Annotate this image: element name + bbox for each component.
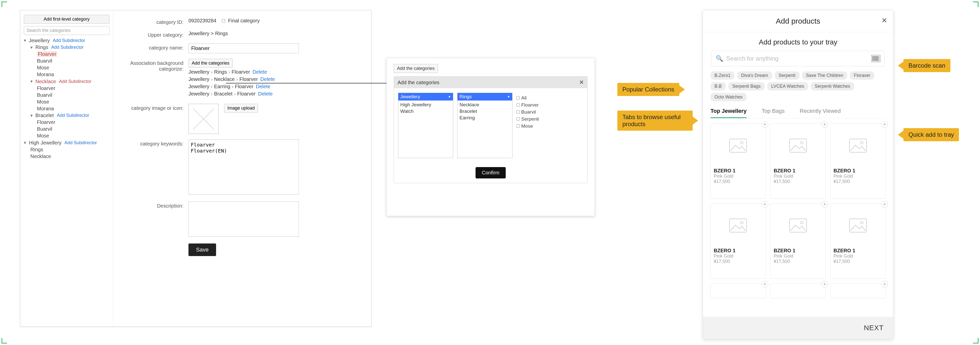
dialog-checkbox[interactable]: Floarver <box>517 102 583 108</box>
tree-node[interactable]: Rings <box>30 147 43 152</box>
tree-node-selected[interactable]: Floarver <box>37 51 57 57</box>
quick-add-icon[interactable]: + <box>762 281 768 288</box>
dialog-list-level2[interactable]: Rings▼ NecklaceBraceletEarring <box>457 93 512 158</box>
dialog-checkbox[interactable]: Serpenti <box>517 117 583 122</box>
category-name-input[interactable] <box>188 43 299 53</box>
delete-link[interactable]: Delete <box>253 69 267 75</box>
tree-node[interactable]: Buarvil <box>37 92 52 98</box>
dialog-confirm-button[interactable]: Confirm <box>476 167 506 179</box>
add-first-level-category-button[interactable]: Add first-level category <box>24 15 110 24</box>
quick-add-icon[interactable]: + <box>881 201 888 208</box>
tree-node[interactable]: Bracelet <box>35 113 54 118</box>
product-card[interactable]: +BZERO 1Pink Gold¥17,500 <box>711 283 766 298</box>
image-upload-button[interactable]: Image upload <box>224 104 258 113</box>
quick-add-icon[interactable]: + <box>821 121 828 128</box>
delete-link[interactable]: Delete <box>258 91 272 96</box>
tree-toggle-icon[interactable]: ▾ <box>24 38 27 43</box>
collection-chip[interactable]: B.B <box>711 82 726 91</box>
add-categories-button[interactable]: Add the categories <box>188 59 233 68</box>
delete-link[interactable]: Delete <box>256 84 270 89</box>
dialog-checkbox[interactable]: Buarvil <box>517 109 583 115</box>
svg-rect-4 <box>850 139 867 152</box>
add-subdirector-link[interactable]: Add Subdirector <box>53 38 85 43</box>
product-name: BZERO 1 <box>834 248 882 254</box>
tab[interactable]: Recently Viewed <box>800 106 841 118</box>
tree-toggle-icon[interactable]: ▾ <box>30 113 34 118</box>
add-categories-trigger[interactable]: Add the categories <box>394 64 438 73</box>
add-subdirector-link[interactable]: Add Subdirector <box>51 45 84 50</box>
product-card[interactable]: +BZERO 1Pink Gold¥17,500 <box>711 203 766 279</box>
dialog-list-level1[interactable]: Jewellery▼ High JewelleryWatch <box>398 93 453 158</box>
tree-node[interactable]: Floarver <box>37 85 55 91</box>
collection-chip[interactable]: Serpenti <box>775 71 800 80</box>
tree-node[interactable]: Jewellery <box>29 38 50 43</box>
tab[interactable]: Top Jewellery <box>711 106 747 118</box>
collection-chip[interactable]: B.Zero1 <box>711 71 735 80</box>
save-button[interactable]: Save <box>188 243 216 256</box>
keywords-textarea[interactable]: Floarver Floarver(EN) <box>188 139 299 195</box>
add-subdirector-link[interactable]: Add Subdirector <box>59 79 91 84</box>
dialog-checkbox[interactable]: Mose <box>517 123 583 129</box>
search-categories-input[interactable]: Search the categories <box>24 26 110 35</box>
delete-link[interactable]: Delete <box>260 77 275 82</box>
list-item[interactable]: Bracelet <box>460 108 510 115</box>
tree-node[interactable]: Rings <box>35 45 48 50</box>
tree-node[interactable]: Morana <box>37 72 54 77</box>
product-card[interactable]: +BZERO 1Pink Gold¥17,500 <box>770 123 826 199</box>
svg-point-7 <box>741 221 743 224</box>
tree-node[interactable]: High Jewellery <box>29 140 62 146</box>
quick-add-icon[interactable]: + <box>762 201 768 208</box>
tree-toggle-icon[interactable]: ▾ <box>24 140 27 145</box>
quick-add-icon[interactable]: + <box>881 121 888 128</box>
product-price: ¥17,500 <box>774 179 822 184</box>
dialog-checkbox[interactable]: All <box>517 95 583 101</box>
svg-point-5 <box>861 142 863 144</box>
collection-chip[interactable]: Save The Children <box>802 71 848 80</box>
product-card[interactable]: +BZERO 1Pink Gold¥17,500 <box>770 203 826 279</box>
collection-chip[interactable]: LVCEA Watches <box>767 82 808 91</box>
collection-chip[interactable]: Octo Watches <box>711 93 747 101</box>
tab[interactable]: Top Bags <box>762 106 785 118</box>
tree-node[interactable]: Buarvil <box>37 58 52 64</box>
quick-add-icon[interactable]: + <box>881 281 888 288</box>
barcode-icon[interactable] <box>871 55 880 62</box>
product-card[interactable]: +BZERO 1Pink Gold¥17,500 <box>830 123 886 199</box>
add-subdirector-link[interactable]: Add Subdirector <box>65 140 97 145</box>
chevron-down-icon: ▼ <box>448 95 451 99</box>
product-card[interactable]: +BZERO 1Pink Gold¥17,500 <box>711 123 766 199</box>
list-item[interactable]: High Jewellery <box>400 102 451 108</box>
tree-toggle-icon[interactable]: ▾ <box>30 45 34 50</box>
quick-add-icon[interactable]: + <box>821 201 828 208</box>
collection-chip[interactable]: Floraver <box>850 71 874 80</box>
tree-node[interactable]: Mose <box>37 133 49 139</box>
product-card[interactable]: +BZERO 1Pink Gold¥17,500 <box>830 203 886 279</box>
list-item[interactable]: Watch <box>400 108 451 115</box>
tree-node[interactable]: Necklace <box>35 79 56 85</box>
product-material: Pink Gold <box>714 254 763 259</box>
description-textarea[interactable] <box>188 201 299 237</box>
collection-chip[interactable]: Serpenti Bags <box>728 82 765 91</box>
product-card[interactable]: +BZERO 1Pink Gold¥17,500 <box>830 283 886 298</box>
list-item[interactable]: Earring <box>460 115 510 121</box>
collection-chip[interactable]: Diva's Dream <box>737 71 772 80</box>
corner-mark <box>973 338 978 343</box>
tree-node[interactable]: Necklace <box>30 153 51 159</box>
tree-node[interactable]: Mose <box>37 65 49 70</box>
tree-node[interactable]: Mose <box>37 99 49 105</box>
tree-node[interactable]: Morana <box>37 106 54 111</box>
search-bar[interactable]: 🔍 Search for anything <box>711 51 885 66</box>
add-subdirector-link[interactable]: Add Subdirector <box>57 113 89 118</box>
next-button[interactable]: NEXT <box>703 317 893 339</box>
dialog-header: Add the categories ✕ <box>394 77 587 88</box>
dialog-close-icon[interactable]: ✕ <box>579 79 584 86</box>
final-category-checkbox[interactable] <box>222 19 225 22</box>
product-card[interactable]: +BZERO 1Pink Gold¥17,500 <box>770 283 826 298</box>
quick-add-icon[interactable]: + <box>821 281 828 288</box>
tree-toggle-icon[interactable]: ▾ <box>30 79 34 84</box>
tree-node[interactable]: Buarvil <box>37 126 52 132</box>
tree-node[interactable]: Floarver <box>37 119 55 125</box>
list-item[interactable]: Necklace <box>460 102 510 108</box>
quick-add-icon[interactable]: + <box>762 121 768 128</box>
close-icon[interactable]: ✕ <box>881 16 887 25</box>
collection-chip[interactable]: Serpenti Watches <box>811 82 854 91</box>
